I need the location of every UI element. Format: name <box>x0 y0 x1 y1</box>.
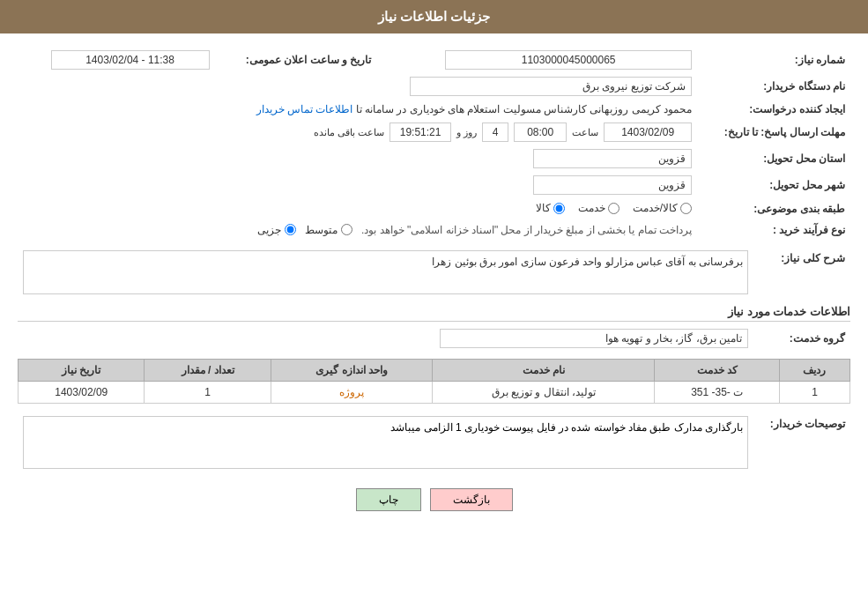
row-service-group: گروه خدمت: تامین برق، گاز، بخار و تهویه … <box>18 325 850 352</box>
purchase-jozi-label: جزیی <box>257 224 281 236</box>
buyer-notes-label: توصیحات خریدار: <box>753 412 850 475</box>
row-category: طبقه بندی موضوعی: کالا/خدمت خدمت <box>18 198 850 220</box>
creator-link[interactable]: اطلاعات تماس خریدار <box>256 103 353 115</box>
purchase-motavaset: متوسط <box>305 224 352 236</box>
city-value: قزوین <box>18 172 697 198</box>
page-header: جزئیات اطلاعات نیاز <box>0 0 868 33</box>
radio-kala-khedmat-input[interactable] <box>680 203 692 214</box>
row-buyer-notes: توصیحات خریدار: بارگذاری مدارک طبق مفاد … <box>18 412 850 475</box>
deadline-row: 1403/02/09 ساعت 08:00 4 روز و 19:51:21 س… <box>18 119 697 145</box>
need-number-value: 1103000045000065 <box>397 47 697 73</box>
province-label: استان محل تحویل: <box>697 145 850 172</box>
province-value: قزوین <box>18 145 697 172</box>
service-group-value: تامین برق، گاز، بخار و تهویه هوا <box>18 325 753 352</box>
service-group-label: گروه خدمت: <box>753 325 850 352</box>
service-group-box: تامین برق، گاز، بخار و تهویه هوا <box>440 329 748 348</box>
creator-text: محمود کریمی روزبهانی کارشناس مسولیت استع… <box>356 103 692 115</box>
deadline-days-box: 4 <box>482 123 508 142</box>
city-label: شهر محل تحویل: <box>697 172 850 198</box>
content-area: شماره نیاز: 1103000045000065 تاریخ و ساع… <box>0 33 868 533</box>
purchase-desc: پرداخت تمام یا بخشی از مبلغ خریدار از مح… <box>361 224 692 236</box>
need-desc-value: برفرسانی به آقای عباس مزارلو واحد فرعون … <box>18 247 753 298</box>
services-table-header: ردیف کد خدمت نام خدمت واحد اندازه گیری ت… <box>19 359 850 381</box>
service-group-table: گروه خدمت: تامین برق، گاز، بخار و تهویه … <box>18 325 850 352</box>
announce-value: 1403/02/04 - 11:38 <box>18 47 215 73</box>
page-title: جزئیات اطلاعات نیاز <box>378 9 490 24</box>
services-data-table: ردیف کد خدمت نام خدمت واحد اندازه گیری ت… <box>18 359 850 404</box>
deadline-clock-box: 19:51:21 <box>389 123 451 142</box>
services-section-header: اطلاعات خدمات مورد نیاز <box>18 305 850 322</box>
need-desc-box: برفرسانی به آقای عباس مزارلو واحد فرعون … <box>23 250 748 294</box>
radio-kala: کالا <box>536 202 565 214</box>
col-unit: واحد اندازه گیری <box>271 359 433 381</box>
creator-label: ایجاد کننده درخواست: <box>697 100 850 119</box>
province-box: قزوین <box>533 149 692 168</box>
buyer-notes-table: توصیحات خریدار: بارگذاری مدارک طبق مفاد … <box>18 412 850 475</box>
city-box: قزوین <box>533 175 692 195</box>
buyer-org-label: نام دستگاه خریدار: <box>697 73 850 100</box>
purchase-motavaset-label: متوسط <box>305 224 338 236</box>
need-desc-table: شرح کلی نیاز: برفرسانی به آقای عباس مزار… <box>18 247 850 298</box>
buyer-notes-box[interactable]: بارگذاری مدارک طبق مفاد خواسته شده در فا… <box>23 416 748 469</box>
page-wrapper: جزئیات اطلاعات نیاز شماره نیاز: 11030000… <box>0 0 868 609</box>
col-name: نام خدمت <box>433 359 655 381</box>
buyer-org-box: شرکت توزیع نیروی برق <box>410 77 692 96</box>
col-date: تاریخ نیاز <box>19 359 145 381</box>
purchase-motavaset-input[interactable] <box>341 224 352 235</box>
row-need-desc: شرح کلی نیاز: برفرسانی به آقای عباس مزار… <box>18 247 850 298</box>
purchase-options: پرداخت تمام یا بخشی از مبلغ خریدار از مح… <box>23 224 692 236</box>
deadline-remaining-label: ساعت باقی مانده <box>314 127 384 138</box>
radio-khedmat-label: خدمت <box>578 202 605 214</box>
need-number-box: 1103000045000065 <box>445 50 692 70</box>
buyer-org-value: شرکت توزیع نیروی برق <box>18 73 697 100</box>
creator-value: محمود کریمی روزبهانی کارشناس مسولیت استع… <box>18 100 697 119</box>
row-buyer-org: نام دستگاه خریدار: شرکت توزیع نیروی برق <box>18 73 850 100</box>
deadline-time-box: 08:00 <box>514 123 567 142</box>
need-desc-label: شرح کلی نیاز: <box>753 247 850 298</box>
radio-kala-khedmat-label: کالا/خدمت <box>633 202 678 214</box>
col-row: ردیف <box>779 359 849 381</box>
deadline-time-label: ساعت <box>572 127 598 138</box>
col-count: تعداد / مقدار <box>145 359 271 381</box>
need-number-label: شماره نیاز: <box>697 47 850 73</box>
deadline-time-row: 1403/02/09 ساعت 08:00 4 روز و 19:51:21 س… <box>23 123 692 142</box>
row-creator: ایجاد کننده درخواست: محمود کریمی روزبهان… <box>18 100 850 119</box>
radio-kala-label: کالا <box>536 202 551 214</box>
deadline-label: مهلت ارسال پاسخ: تا تاریخ: <box>697 119 850 145</box>
cell-name: تولید، انتقال و توزیع برق <box>433 381 655 403</box>
back-button[interactable]: بازگشت <box>430 488 513 511</box>
cell-count: 1 <box>145 381 271 403</box>
category-radio-group: کالا/خدمت خدمت کالا <box>536 202 692 214</box>
radio-khedmat: خدمت <box>578 202 619 214</box>
cell-date: 1403/02/09 <box>19 381 145 403</box>
deadline-days-label: روز و <box>456 127 477 138</box>
row-purchase: نوع فرآیند خرید : پرداخت تمام یا بخشی از… <box>18 220 850 240</box>
radio-khedmat-input[interactable] <box>608 203 619 214</box>
category-label: طبقه بندی موضوعی: <box>697 198 850 220</box>
cell-unit: پروژه <box>271 381 433 403</box>
category-radios: کالا/خدمت خدمت کالا <box>18 198 697 220</box>
radio-kala-khedmat: کالا/خدمت <box>633 202 692 214</box>
buyer-notes-value: بارگذاری مدارک طبق مفاد خواسته شده در فا… <box>18 412 753 475</box>
purchase-jozi-input[interactable] <box>285 224 296 235</box>
row-city: شهر محل تحویل: قزوین <box>18 172 850 198</box>
row-province: استان محل تحویل: قزوین <box>18 145 850 172</box>
announce-label: تاریخ و ساعت اعلان عمومی: <box>215 47 398 73</box>
print-button[interactable]: چاپ <box>356 488 421 511</box>
purchase-row: پرداخت تمام یا بخشی از مبلغ خریدار از مح… <box>18 220 697 240</box>
cell-row: 1 <box>779 381 849 403</box>
cell-code: ت -35- 351 <box>655 381 780 403</box>
announce-box: 1403/02/04 - 11:38 <box>51 50 210 70</box>
purchase-label: نوع فرآیند خرید : <box>697 220 850 240</box>
deadline-date-box: 1403/02/09 <box>604 123 692 142</box>
purchase-jozi: جزیی <box>257 224 296 236</box>
button-group: بازگشت چاپ <box>18 488 850 511</box>
radio-kala-input[interactable] <box>553 203 565 214</box>
table-row: 1ت -35- 351تولید، انتقال و توزیع برقپروژ… <box>19 381 850 403</box>
row-deadline: مهلت ارسال پاسخ: تا تاریخ: 1403/02/09 سا… <box>18 119 850 145</box>
main-info-table: شماره نیاز: 1103000045000065 تاریخ و ساع… <box>18 47 850 240</box>
col-code: کد خدمت <box>655 359 780 381</box>
row-need-number: شماره نیاز: 1103000045000065 تاریخ و ساع… <box>18 47 850 73</box>
